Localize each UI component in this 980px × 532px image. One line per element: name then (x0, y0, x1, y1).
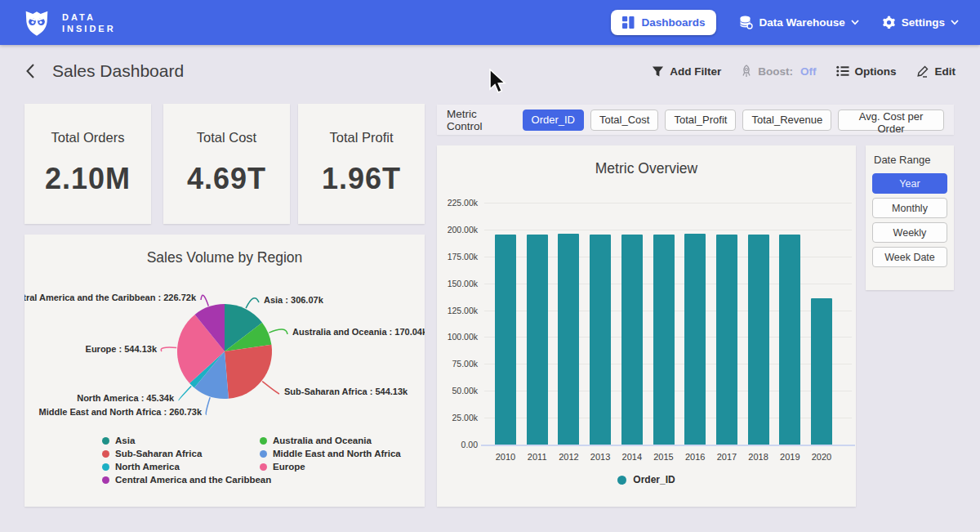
pie-legend-item-north-america[interactable]: North America (102, 460, 271, 473)
boost-toggle[interactable]: Boost:Off (741, 65, 816, 78)
x-axis-tick-label: 2016 (679, 452, 711, 462)
database-icon (739, 16, 753, 29)
date-range-panel: Date Range Year Monthly Weekly Week Date (866, 145, 954, 290)
kpi-total-orders: Total Orders 2.10M (24, 104, 151, 224)
pie-label-central-america-and-the-caribbean: Central America and the Caribbean : 226.… (24, 293, 197, 302)
x-axis-line (481, 445, 855, 446)
kpi-value: 1.96T (298, 162, 425, 196)
bar-2011[interactable] (527, 235, 548, 445)
metric-option-total-cost[interactable]: Total_Cost (590, 110, 658, 131)
gridline (484, 230, 852, 230)
pie-leader-line (161, 347, 176, 351)
x-axis-tick-label: 2020 (805, 452, 838, 462)
legend-label: Central America and the Caribbean (115, 475, 271, 485)
x-axis-tick-label: 2015 (648, 452, 680, 462)
x-axis-tick-label: 2017 (710, 452, 743, 462)
y-axis-tick-label: 100.00k (437, 332, 478, 342)
pie-leader-line (206, 397, 210, 414)
options-label: Options (855, 65, 897, 78)
x-axis-tick-label: 2012 (552, 452, 585, 462)
pie-legend-item-middle-east-and-north-africa[interactable]: Middle East and North Africa (260, 447, 401, 460)
y-axis-tick-label: 75.00k (437, 359, 478, 369)
date-range-week-date-button[interactable]: Week Date (872, 247, 947, 267)
kpi-total-cost: Total Cost 4.69T (163, 104, 290, 224)
pie-legend-item-sub-saharan-africa[interactable]: Sub-Saharan Africa (102, 447, 271, 460)
add-filter-button[interactable]: Add Filter (652, 65, 721, 78)
bar-2016[interactable] (684, 234, 706, 445)
options-button[interactable]: Options (836, 65, 897, 78)
date-range-year-button[interactable]: Year (872, 173, 947, 194)
legend-dot-icon (102, 476, 109, 484)
legend-label: Sub-Saharan Africa (115, 449, 202, 458)
bar-2014[interactable] (621, 235, 643, 445)
y-axis-tick-label: 200.00k (437, 225, 478, 235)
bar-legend-item-order-id[interactable]: Order_ID (617, 474, 675, 485)
rocket-icon (741, 65, 752, 78)
metric-option-total-revenue[interactable]: Total_Revenue (742, 110, 831, 131)
page-title: Sales Dashboard (52, 61, 184, 81)
page-header: Sales Dashboard Add Filter Boost:Off Opt… (0, 45, 980, 97)
pie-legend-item-europe[interactable]: Europe (260, 460, 401, 473)
bar-legend: Order_ID (437, 474, 856, 485)
legend-label: Middle East and North Africa (273, 449, 401, 458)
y-axis-tick-label: 225.00k (437, 198, 478, 208)
bar-2010[interactable] (495, 235, 516, 445)
legend-dot-icon (102, 450, 109, 458)
bar-chart-card: Metric Overview 0.0025.00k50.00k75.00k10… (437, 145, 856, 507)
boost-state: Off (800, 65, 817, 78)
bar-2013[interactable] (590, 235, 611, 445)
kpi-label: Total Cost (163, 130, 290, 145)
pie-label-europe: Europe : 544.13k (86, 344, 158, 354)
brand-line2: INSIDER (62, 23, 116, 34)
bar-2018[interactable] (748, 235, 769, 445)
pie-legend-item-asia[interactable]: Asia (102, 434, 271, 447)
back-button[interactable] (24, 63, 36, 79)
pie-leader-line (269, 329, 287, 334)
kpi-value: 4.69T (163, 162, 290, 196)
x-axis-tick-label: 2019 (773, 452, 806, 462)
pie-label-sub-saharan-africa: Sub-Saharan Africa : 544.13k (284, 387, 408, 396)
metric-control-bar: Metric Control Order_ID Total_Cost Total… (437, 105, 954, 135)
dashboards-button[interactable]: Dashboards (611, 10, 716, 35)
gear-icon (882, 16, 896, 29)
gridline (484, 203, 852, 203)
edit-button[interactable]: Edit (916, 65, 956, 78)
settings-menu[interactable]: Settings (882, 16, 959, 29)
back-chevron-icon (24, 63, 36, 79)
bar-chart-mount: 0.0025.00k50.00k75.00k100.00k125.00k150.… (437, 145, 856, 507)
pie-label-asia: Asia : 306.07k (264, 295, 324, 305)
brand-line1: DATA (62, 11, 116, 23)
date-range-label: Date Range (872, 154, 947, 166)
x-axis-tick-label: 2018 (742, 452, 775, 462)
chevron-down-icon (951, 20, 959, 25)
pie-slice-sub-saharan-africa[interactable] (225, 345, 272, 399)
legend-dot-icon (260, 463, 267, 471)
pie-label-middle-east-and-north-africa: Middle East and North Africa : 260.73k (39, 407, 203, 417)
boost-label: Boost: (758, 65, 793, 78)
pie-legend-column: AsiaSub-Saharan AfricaNorth AmericaCentr… (102, 434, 271, 486)
metric-option-order-id[interactable]: Order_ID (523, 110, 584, 131)
metric-option-total-profit[interactable]: Total_Profit (665, 110, 736, 131)
pie-leader-line (246, 298, 259, 308)
bar-2012[interactable] (558, 234, 579, 445)
x-axis-tick-label: 2010 (489, 452, 522, 462)
bar-2020[interactable] (811, 298, 832, 445)
chevron-down-icon (851, 20, 859, 25)
date-range-weekly-button[interactable]: Weekly (872, 222, 947, 243)
data-warehouse-menu[interactable]: Data Warehouse (739, 16, 858, 29)
legend-dot-icon (102, 463, 109, 471)
bar-2015[interactable] (653, 235, 675, 445)
pie-label-australia-and-oceania: Australia and Oceania : 170.04k (292, 327, 425, 337)
legend-dot-icon (260, 437, 267, 445)
pie-legend-item-australia-and-oceania[interactable]: Australia and Oceania (260, 434, 401, 447)
data-warehouse-label: Data Warehouse (759, 16, 844, 29)
bar-2019[interactable] (779, 235, 800, 445)
date-range-monthly-button[interactable]: Monthly (872, 198, 947, 218)
y-axis-tick-label: 25.00k (437, 413, 478, 422)
x-axis-tick-label: 2013 (584, 452, 617, 462)
y-axis-tick-label: 50.00k (437, 386, 478, 396)
bar-2017[interactable] (716, 235, 737, 445)
metric-option-avg-cost-per-order[interactable]: Avg. Cost per Order (838, 110, 944, 131)
owl-logo-icon (21, 7, 52, 38)
pie-legend-item-central-america-and-the-caribbean[interactable]: Central America and the Caribbean (102, 473, 271, 486)
